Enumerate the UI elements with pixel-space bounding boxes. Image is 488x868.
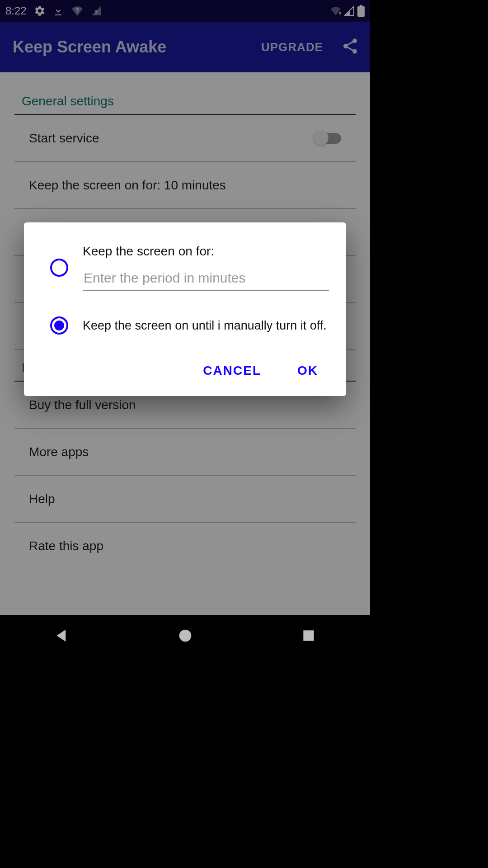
nav-bar	[0, 615, 370, 658]
radio-duration[interactable]	[50, 259, 68, 277]
svg-rect-4	[303, 630, 314, 641]
dialog-manual-label: Keep the screen on until i manually turn…	[83, 319, 329, 333]
nav-back-icon[interactable]	[53, 627, 71, 646]
radio-manual[interactable]	[50, 316, 68, 335]
cancel-button[interactable]: CANCEL	[203, 363, 261, 378]
duration-dialog: Keep the screen on for: Keep the screen …	[24, 222, 346, 396]
dialog-duration-label: Keep the screen on for:	[83, 244, 329, 259]
nav-recent-icon[interactable]	[300, 627, 318, 646]
ok-button[interactable]: OK	[297, 363, 318, 378]
duration-input[interactable]	[83, 266, 329, 291]
nav-home-icon[interactable]	[176, 627, 194, 646]
svg-point-3	[179, 630, 191, 642]
